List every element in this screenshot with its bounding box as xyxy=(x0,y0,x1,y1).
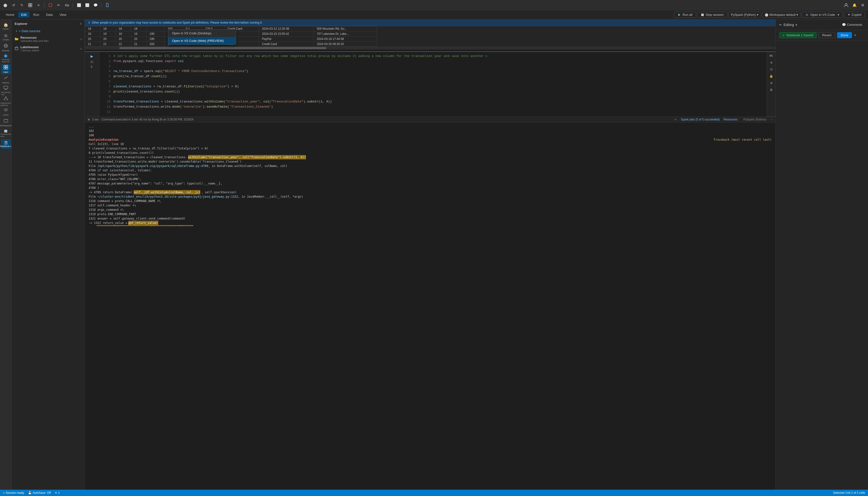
resources-section-header[interactable]: Resources Uploaded data and files › xyxy=(12,34,84,44)
sidebar-item-apps[interactable]: Apps xyxy=(1,64,11,74)
check-icon: ✓ xyxy=(782,33,785,37)
lock-button[interactable]: 🔒 xyxy=(769,73,774,79)
copilot-button[interactable]: ✦ Copilot xyxy=(844,12,865,18)
sidebar-item-browse[interactable]: Browse xyxy=(1,43,11,52)
code-line-4: 4 rw_transac_df = spark.sql("SELECT * FR… xyxy=(103,69,763,74)
sidebar-item-monitoring[interactable]: Monitoringhub xyxy=(1,86,11,95)
done-button[interactable]: Done xyxy=(837,32,852,38)
metrics-icon xyxy=(4,76,8,81)
sidebar-item-onelake[interactable]: 🔷 OneLakedata hub xyxy=(1,53,11,63)
home-icon: 🏠 xyxy=(3,22,8,27)
run-all-button[interactable]: Run all xyxy=(674,12,696,18)
more-button[interactable]: ⊕ xyxy=(769,80,774,86)
workspace-selector[interactable]: ⬤ Workspace default ▾ xyxy=(762,12,801,18)
output-line: Cell In[23], line 10 xyxy=(89,142,772,146)
pencil-icon[interactable]: ✏ xyxy=(55,2,62,9)
language-selector[interactable]: PySpark (Python) ▾ xyxy=(728,12,761,18)
output-line: 1321 answer = self.gateway_client.send_c… xyxy=(89,216,772,221)
cell-right-toolbar: M1 ⊕ ⊟ 🔒 ⊕ 🗑 xyxy=(767,52,775,117)
vscode-web-option[interactable]: Open in VS Code (Web) (PREVIEW) xyxy=(168,37,236,45)
code-editor[interactable]: 1 # let's apply some further ETL onto th… xyxy=(99,52,767,117)
vscode-icon xyxy=(805,13,809,17)
output-line-filepath2: File ~/cluster-env/trident_env/lib/pytho… xyxy=(89,195,772,199)
list-icon[interactable]: ≡ xyxy=(35,2,42,9)
open-vscode-button[interactable]: Open in VS Code ▾ xyxy=(802,12,843,18)
stop-session-button[interactable]: Stop session xyxy=(697,12,727,18)
grid-icon[interactable] xyxy=(27,2,34,9)
run-cell-button[interactable]: ▶ xyxy=(89,53,95,59)
sidebar-item-deployment[interactable]: Deploymentpipelines xyxy=(1,96,11,106)
onelake-icon: 🔷 xyxy=(4,54,8,58)
language-indicator: PySpark (Python) xyxy=(743,118,766,121)
edit-icon[interactable]: ✎ xyxy=(18,2,25,9)
svg-marker-7 xyxy=(678,14,680,16)
output-line-error: AnalysisException Traceback (most recent… xyxy=(89,138,772,142)
comment-icon[interactable]: 💬 xyxy=(92,2,99,9)
scrollbar-thumb[interactable] xyxy=(119,47,326,49)
code-line-8: 8 print(cleaned_transactions.count()) xyxy=(103,89,763,94)
phone-icon[interactable] xyxy=(104,2,111,9)
right-panel: ✏ Editing ▾ 💬 Comments ✓ Notebook 1 Save… xyxy=(775,19,868,490)
saved-area: ✓ Notebook 1 Saved! Revert Done ✕ xyxy=(776,30,868,41)
expand-gutter-icon[interactable] xyxy=(90,65,94,68)
code-line-5: 5 print(rw_transac_df.count()) xyxy=(103,74,763,79)
undo-icon[interactable]: ↺ xyxy=(10,2,17,9)
svg-rect-1 xyxy=(30,3,32,5)
svg-rect-16 xyxy=(4,86,8,89)
status-errors[interactable]: ✕ 1 xyxy=(55,491,60,495)
info-icon: ℹ xyxy=(89,21,90,24)
sidebar-item-metrics[interactable]: Metrics xyxy=(1,75,11,85)
output-line: 4785 raise PySparkTypeError( xyxy=(89,173,772,177)
settings-icon[interactable]: ⚙ xyxy=(859,2,866,9)
sidebar-item-contoso[interactable]: 🏢 ContosoOutdoor xyxy=(1,128,11,138)
status-autosave[interactable]: 💾 AutoSave: Off xyxy=(28,491,51,495)
shape-icon[interactable] xyxy=(47,2,54,9)
lakehouses-section-header[interactable]: Lakehouses 1 item(s) added › xyxy=(12,44,84,53)
menu-home[interactable]: Home xyxy=(3,12,17,17)
spark-jobs-link[interactable]: Spark jobs (5 of 5 succeeded) xyxy=(681,118,719,121)
folder-icon xyxy=(15,37,18,41)
sidebar-item-create[interactable]: ⊞ Create xyxy=(1,32,11,42)
add-data-sources-button[interactable]: + + Data sources xyxy=(12,28,84,34)
person-icon[interactable] xyxy=(843,2,850,9)
svg-rect-5 xyxy=(106,3,108,7)
code-line-2: 2 from pyspark.sql.functions import col xyxy=(103,59,763,64)
expand-icon[interactable]: ⬜ xyxy=(76,2,82,9)
output-header: ⊗ 3 sec · Command executed in 3 sec 45 m… xyxy=(85,117,775,122)
close-panel-button[interactable]: ✕ xyxy=(854,33,856,37)
sidebar-item-learn[interactable]: Learn xyxy=(1,107,11,117)
comments-button[interactable]: 💬 Comments xyxy=(839,22,865,28)
delete-button[interactable]: 🗑 xyxy=(769,87,774,93)
font-icon[interactable]: Aa xyxy=(63,2,70,9)
notebook-scroll[interactable]: 18 18 18 18 150 0.1 135.0 Credit Card 20… xyxy=(85,26,775,490)
sidebar-item-notebook[interactable]: 📓 Notebook 1 xyxy=(1,139,11,149)
chevron-down-icon2: ▾ xyxy=(796,13,798,17)
menu-edit[interactable]: Edit xyxy=(18,12,29,17)
output-line: 8 print(cleaned_transactions.count()) xyxy=(89,151,772,155)
apps-icon xyxy=(4,65,8,70)
revert-button[interactable]: Revert xyxy=(819,32,835,38)
sidebar-item-home[interactable]: 🏠 Home xyxy=(1,21,11,31)
menu-view[interactable]: View xyxy=(57,12,69,17)
menu-run[interactable]: Run xyxy=(30,12,42,17)
sidebar-item-workspaces[interactable]: Workspaces xyxy=(1,118,11,127)
collapse-button[interactable]: ‹ xyxy=(80,21,81,26)
circle-icon[interactable]: ⬤ xyxy=(2,2,9,9)
stop-icon xyxy=(701,13,704,17)
bell-icon[interactable]: 🔔 xyxy=(851,2,858,9)
ml-button[interactable]: M1 xyxy=(769,53,774,59)
split-button[interactable]: ⊟ xyxy=(769,66,774,72)
menu-data[interactable]: Data xyxy=(43,12,56,17)
editing-pencil-icon: ✏ xyxy=(779,23,782,27)
svg-line-22 xyxy=(4,97,6,99)
resources-link[interactable]: Resources xyxy=(724,118,738,121)
more-options-icon[interactable]: ··· xyxy=(770,118,773,121)
add-below-button[interactable]: ⊕ xyxy=(769,60,774,65)
notebook-icon: 📓 xyxy=(4,141,8,144)
output-line: 4784 if not isinstance(col, Column): xyxy=(89,168,772,173)
vscode-desktop-option[interactable]: Open in VS Code (Desktop) xyxy=(168,29,236,37)
chevron-down-icon: ▾ xyxy=(757,13,758,17)
horizontal-scrollbar[interactable] xyxy=(85,47,775,49)
output-line-highlight4: 1323 answer, self.gateway_client, self.t… xyxy=(89,225,772,226)
crop-icon[interactable]: ⬜ xyxy=(84,2,91,9)
